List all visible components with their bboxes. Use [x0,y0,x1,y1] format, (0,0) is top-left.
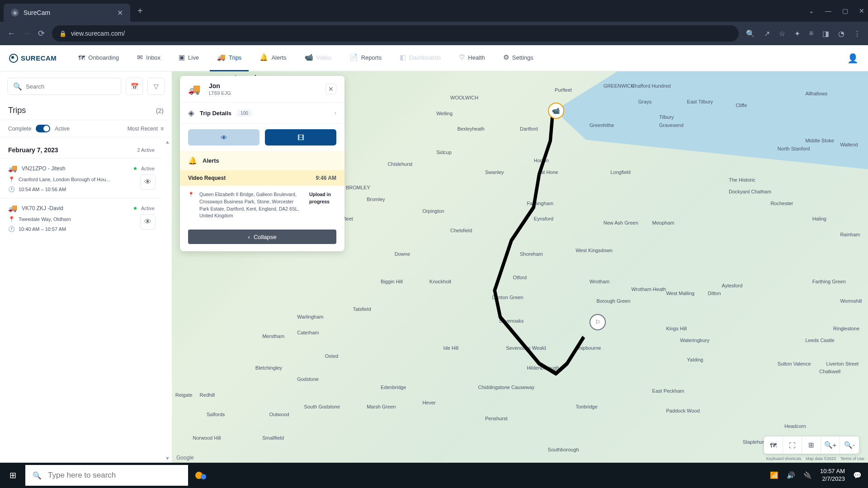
zoom-out-button[interactable]: 🔍- [840,436,859,454]
playlist-icon[interactable]: ≡ [809,29,813,38]
new-tab-button[interactable]: + [137,6,143,16]
active-count: 2 Active [137,147,155,153]
calendar-button[interactable]: 📅 [126,78,143,95]
video-button[interactable]: 🎞 [265,129,336,145]
route-end-marker[interactable]: ⚐ [590,314,606,330]
volume-icon[interactable]: 🔊 [787,471,795,479]
search-icon[interactable]: 🔍 [746,29,755,38]
cortana-icon[interactable] [188,465,214,486]
bookmark-icon[interactable]: ☆ [779,29,785,38]
pin-icon: 📍 [8,216,15,222]
map-place-label: Ringlestone [833,326,859,331]
map-type-button[interactable]: 🗺 [764,436,783,454]
map-place-label: Rochester [770,201,793,206]
chevron-right-icon[interactable]: › [335,110,336,116]
sort-dropdown[interactable]: Most Recent ≡ [127,126,164,132]
nav-alerts[interactable]: 🔔Alerts [252,45,293,71]
fullscreen-button[interactable]: ⛶ [783,436,802,454]
video-request-row[interactable]: Video Request 9:46 AM [180,170,344,186]
filter-complete-label: Complete [8,126,31,132]
upload-status: Upload in progress [309,191,336,220]
back-icon[interactable]: ← [7,29,15,38]
map-place-label: Allhallows [805,91,827,96]
view-trip-button[interactable]: 👁 [140,214,156,230]
nav-live[interactable]: ▣Live [171,45,206,71]
trips-list[interactable]: ▲ February 7, 2023 2 Active 🚚 VN21ZPO - … [0,137,172,463]
reload-icon[interactable]: ⟳ [38,28,45,38]
chevron-left-icon: ‹ [248,234,250,240]
sidepanel-icon[interactable]: ◨ [822,29,829,38]
driver-name: Jon [209,82,231,89]
profile-icon[interactable]: 👤 [846,52,859,65]
browser-tab-strip: ◉ SureCam ✕ + ⌄ — ▢ ✕ [0,0,868,22]
map-place-label: Wormshill [840,298,862,304]
nav-health[interactable]: ♡Health [452,45,492,71]
map-place-label: Southborough [548,447,579,452]
notifications-icon[interactable]: 💬 [853,471,862,479]
nav-inbox[interactable]: ✉Inbox [130,45,168,71]
nav-onboarding[interactable]: 🗺Onboarding [71,45,126,71]
browser-address-bar: ← → ⟳ 🔒 view.surecam.com/ 🔍 ↗ ☆ ✦ ≡ ◨ ◔ … [0,22,868,45]
close-panel-button[interactable]: ✕ [326,84,336,94]
browser-tab[interactable]: ◉ SureCam ✕ [4,4,130,22]
profile-chrome-icon[interactable]: ◔ [838,29,844,38]
search-field[interactable] [26,83,115,90]
plate-number: LT69 EJG [209,90,231,96]
logo[interactable]: SURECAM [9,54,57,63]
close-window-icon[interactable]: ✕ [859,7,864,14]
app-header: SURECAM 🗺Onboarding ✉Inbox ▣Live 🚚Trips … [0,45,868,71]
windows-taskbar: ⊞ 🔍 📶 🔊 🔌 10:57 AM 2/7/2023 💬 [0,463,868,488]
clock[interactable]: 10:57 AM 2/7/2023 [820,468,845,483]
zoom-in-button[interactable]: 🔍+ [821,436,840,454]
share-icon[interactable]: ↗ [764,29,770,38]
trip-vehicle: VK70 ZKJ -David [22,205,63,211]
date-header: February 7, 2023 2 Active [0,137,163,158]
maximize-icon[interactable]: ▢ [842,7,848,14]
trip-time-row: 🕐 10:54 AM – 10:56 AM [8,186,155,192]
view-button[interactable]: 👁 [188,129,259,145]
scroll-up-icon[interactable]: ▲ [165,139,170,145]
map-place-label: South Godstone [304,404,340,409]
map-place-label: Salfords [207,412,225,417]
map-place-label: Chalkwell [819,369,840,374]
grid-button[interactable]: ⊞ [802,436,821,454]
view-trip-button[interactable]: 👁 [140,174,156,190]
trip-card[interactable]: 🚚 VK70 ZKJ -David Active 📍 Tweedale Way,… [0,198,163,238]
map-place-label: Warlingham [297,314,323,319]
nav-reports[interactable]: 📄Reports [342,45,389,71]
wifi-icon[interactable]: 📶 [770,471,778,479]
pin-icon: 📍 [188,191,194,220]
menu-icon[interactable]: ⋮ [854,29,861,38]
map-place-label: Dockyard Chatham [729,189,771,194]
logo-icon [9,54,18,63]
close-tab-icon[interactable]: ✕ [117,9,123,17]
active-toggle[interactable] [36,125,50,132]
trip-details-row[interactable]: ◈ Trip Details 100 › [180,103,344,124]
trip-card[interactable]: 🚚 VN21ZPO - Jitesh Active 📍 Cranford Lan… [0,158,163,198]
map-place-label: Godstone [297,376,319,382]
map-place-label: Leeds Castle [805,338,834,343]
collapse-button[interactable]: ‹ Collapse [188,230,336,244]
extensions-icon[interactable]: ✦ [794,29,800,38]
taskbar-search[interactable]: 🔍 [25,465,188,486]
url-input[interactable]: 🔒 view.surecam.com/ [52,25,739,42]
map-place-label: Biggin Hill [381,279,403,284]
scroll-down-icon[interactable]: ▼ [165,455,170,461]
minimize-icon[interactable]: — [825,7,831,14]
nav-trips[interactable]: 🚚Trips [210,45,249,71]
map-place-label: Wallend [840,142,858,147]
video-request-label: Video Request [188,175,226,181]
trip-status: Active [141,166,155,171]
nav-settings[interactable]: ⚙Settings [496,45,541,71]
filter-button[interactable]: ▽ [147,78,165,95]
map-icon: 🗺 [78,54,85,61]
taskbar-search-input[interactable] [48,471,181,480]
search-input[interactable]: 🔍 [7,78,121,95]
map-place-label: Oxted [325,353,338,359]
route-start-marker[interactable]: 📹 [548,103,564,119]
status-dot [134,207,137,210]
power-icon[interactable]: 🔌 [803,471,812,479]
tabs-dropdown-icon[interactable]: ⌄ [809,7,814,14]
start-button[interactable]: ⊞ [0,463,25,488]
map[interactable]: London GREENWICHWOOLWICHPurfleetChafford… [172,71,868,463]
